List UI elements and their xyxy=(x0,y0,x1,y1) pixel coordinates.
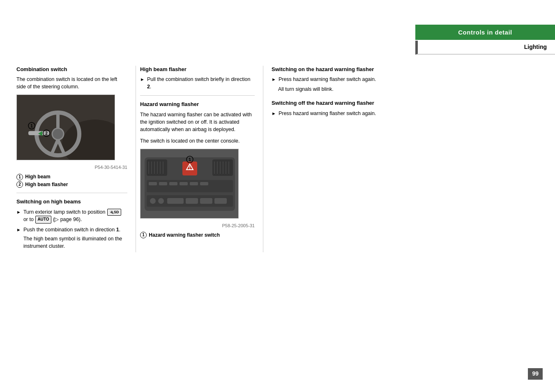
hazard-svg: 1 xyxy=(140,149,239,219)
hbf-bullet-1: ► Pull the combination switch briefly in… xyxy=(140,76,255,90)
switch-on-hazard-content: Press hazard warning flasher switch agai… xyxy=(279,76,539,83)
switching-on-high-beams-title: Switching on high beams xyxy=(16,198,127,205)
svg-text:1: 1 xyxy=(189,157,191,162)
switch-on-hazard-bullet: ► Press hazard warning flasher switch ag… xyxy=(272,76,539,83)
switch-off-hazard-bullet: ► Press hazard warning flasher switch ag… xyxy=(272,110,539,117)
hazard-image-caption: P58-25-2005-31 xyxy=(140,223,255,229)
header-lighting: Lighting xyxy=(415,41,555,55)
hbf-bullet-content: Pull the combination switch briefly in d… xyxy=(147,76,255,90)
high-beam-flasher-title: High beam flasher xyxy=(140,66,255,73)
svg-rect-48 xyxy=(214,198,227,204)
hazard-warning-flasher-title: Hazard warning flasher xyxy=(140,101,255,108)
switching-off-hazard-title: Switching off the hazard warning flasher xyxy=(272,99,539,107)
hazard-label-num-1: 1 xyxy=(140,232,147,238)
column-2: High beam flasher ► Pull the combination… xyxy=(136,66,263,252)
switching-on-hazard-title: Switching on the hazard warning flasher xyxy=(272,66,539,73)
hazard-on-note: All turn signals will blink. xyxy=(278,85,539,93)
steering-svg: 1 2 xyxy=(17,95,115,160)
svg-rect-15 xyxy=(147,159,167,176)
svg-rect-37 xyxy=(159,182,167,185)
svg-rect-40 xyxy=(190,182,198,185)
steering-image-caption: P54-30-5414-31 xyxy=(16,164,127,171)
hazard-warning-flasher-body1: The hazard warning flasher can be activa… xyxy=(140,111,255,133)
header-bar: Controls in detail Lighting xyxy=(415,25,555,55)
bullet-2: ► Push the combination switch in directi… xyxy=(16,226,127,250)
divider-2 xyxy=(140,95,255,96)
steering-image: 1 2 xyxy=(16,95,115,160)
svg-point-43 xyxy=(150,198,156,204)
hazard-image: 1 xyxy=(140,149,239,219)
svg-rect-35 xyxy=(147,180,233,192)
svg-rect-38 xyxy=(169,182,177,185)
svg-rect-45 xyxy=(167,198,184,204)
svg-point-3 xyxy=(52,128,64,140)
svg-rect-41 xyxy=(200,182,208,185)
svg-rect-47 xyxy=(200,198,212,204)
bullet-2-content: Push the combination switch in direction… xyxy=(23,226,127,250)
header-controls-in-detail: Controls in detail xyxy=(415,25,555,40)
page-number: 99 xyxy=(528,368,543,380)
svg-point-32 xyxy=(189,168,190,169)
svg-rect-22 xyxy=(212,159,233,176)
label-high-beam: 1 High beam xyxy=(16,173,127,180)
bullet-arrow-1: ► xyxy=(16,209,21,216)
divider-1 xyxy=(16,193,127,193)
switch-on-hazard-arrow: ► xyxy=(272,76,276,83)
switch-off-hazard-arrow: ► xyxy=(272,111,276,117)
column-1: Combination switch The combination switc… xyxy=(16,66,136,252)
content-area: Combination switch The combination switc… xyxy=(16,66,539,252)
label-high-beam-flasher: 2 High beam flasher xyxy=(16,181,127,188)
label-hazard-switch: 1 Hazard warning flasher switch xyxy=(140,232,255,239)
combination-switch-title: Combination switch xyxy=(16,66,127,73)
switch-off-hazard-content: Press hazard warning flasher switch agai… xyxy=(279,110,539,117)
svg-text:2: 2 xyxy=(45,131,48,136)
svg-rect-39 xyxy=(180,182,188,185)
svg-point-44 xyxy=(158,198,164,204)
auto-icon: AUTO xyxy=(35,216,51,224)
svg-rect-46 xyxy=(186,198,198,204)
bullet-2-sub: The high beam symbol is illuminated on t… xyxy=(23,235,127,250)
column-3: Switching on the hazard warning flasher … xyxy=(263,66,539,252)
hbf-bullet-arrow: ► xyxy=(140,76,145,83)
label-num-2: 2 xyxy=(16,181,23,188)
sd-icon: 🔌SD xyxy=(107,209,121,216)
svg-text:1: 1 xyxy=(30,124,33,128)
bullet-1-content: Turn exterior lamp switch to position 🔌S… xyxy=(23,208,127,224)
label-num-1: 1 xyxy=(16,174,23,180)
bullet-1: ► Turn exterior lamp switch to position … xyxy=(16,208,127,224)
combination-switch-body: The combination switch is located on the… xyxy=(16,76,127,90)
svg-rect-36 xyxy=(149,182,157,185)
hazard-warning-flasher-body2: The switch is located on the center cons… xyxy=(140,137,255,145)
bullet-arrow-2: ► xyxy=(16,227,21,233)
